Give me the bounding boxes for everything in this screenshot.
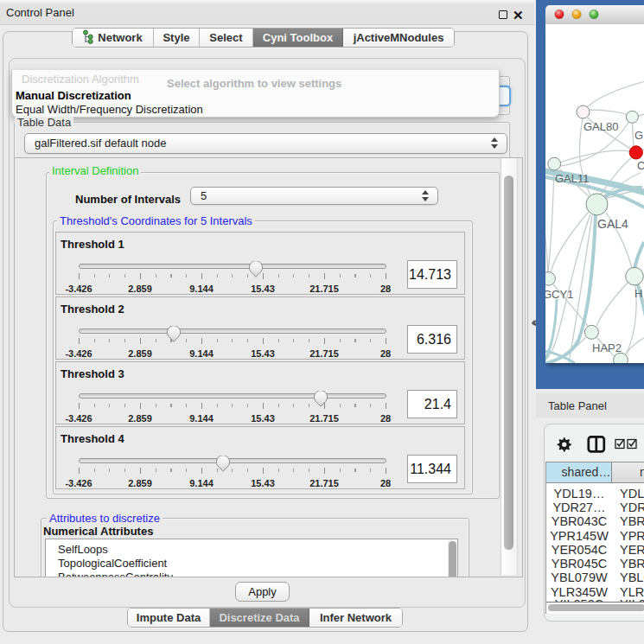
svg-text:GAL80: GAL80 — [583, 120, 618, 133]
svg-text:GAL4: GAL4 — [597, 217, 628, 231]
svg-text:HAP2: HAP2 — [592, 341, 622, 354]
svg-text:GAL11: GAL11 — [555, 172, 590, 185]
svg-text:G.: G. — [634, 129, 644, 142]
svg-text:C: C — [637, 159, 644, 172]
svg-text:GCY1: GCY1 — [545, 288, 573, 301]
svg-text:H: H — [634, 287, 642, 300]
